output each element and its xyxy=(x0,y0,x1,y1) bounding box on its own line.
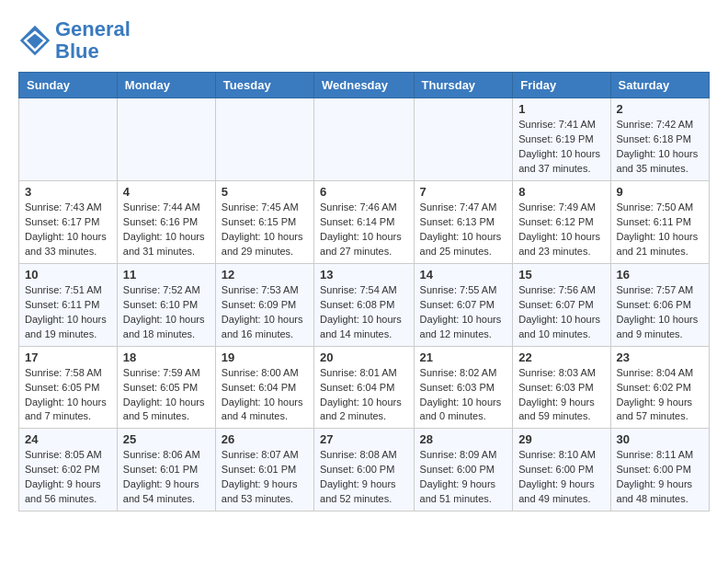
calendar-cell xyxy=(215,98,313,181)
day-number: 13 xyxy=(320,268,408,282)
logo-icon xyxy=(18,24,51,57)
day-number: 9 xyxy=(617,185,703,199)
logo-text: General Blue xyxy=(55,18,131,63)
calendar-cell: 29Sunrise: 8:10 AM Sunset: 6:00 PM Dayli… xyxy=(513,429,610,511)
day-info: Sunrise: 8:00 AM Sunset: 6:04 PM Dayligh… xyxy=(222,366,308,425)
calendar-row: 1Sunrise: 7:41 AM Sunset: 6:19 PM Daylig… xyxy=(19,98,710,181)
day-number: 18 xyxy=(123,350,210,364)
day-info: Sunrise: 7:42 AM Sunset: 6:18 PM Dayligh… xyxy=(617,118,703,177)
calendar-cell: 3Sunrise: 7:43 AM Sunset: 6:17 PM Daylig… xyxy=(19,181,118,264)
calendar-cell: 4Sunrise: 7:44 AM Sunset: 6:16 PM Daylig… xyxy=(117,181,215,264)
day-info: Sunrise: 7:53 AM Sunset: 6:09 PM Dayligh… xyxy=(222,283,308,342)
day-number: 8 xyxy=(518,185,604,199)
calendar-cell: 9Sunrise: 7:50 AM Sunset: 6:11 PM Daylig… xyxy=(610,181,709,264)
calendar-cell: 22Sunrise: 8:03 AM Sunset: 6:03 PM Dayli… xyxy=(513,346,610,429)
day-info: Sunrise: 8:11 AM Sunset: 6:00 PM Dayligh… xyxy=(617,448,703,507)
calendar-cell: 24Sunrise: 8:05 AM Sunset: 6:02 PM Dayli… xyxy=(19,429,118,511)
day-number: 4 xyxy=(123,185,210,199)
day-number: 30 xyxy=(617,432,703,446)
weekday-header: Thursday xyxy=(414,73,513,98)
day-number: 29 xyxy=(518,432,604,446)
weekday-header: Tuesday xyxy=(215,73,313,98)
logo: General Blue xyxy=(18,18,131,63)
calendar-cell: 1Sunrise: 7:41 AM Sunset: 6:19 PM Daylig… xyxy=(513,98,610,181)
day-info: Sunrise: 7:41 AM Sunset: 6:19 PM Dayligh… xyxy=(518,118,604,177)
calendar-header: SundayMondayTuesdayWednesdayThursdayFrid… xyxy=(19,73,710,98)
day-info: Sunrise: 8:09 AM Sunset: 6:00 PM Dayligh… xyxy=(420,448,507,507)
calendar-row: 10Sunrise: 7:51 AM Sunset: 6:11 PM Dayli… xyxy=(19,263,710,346)
calendar-cell: 7Sunrise: 7:47 AM Sunset: 6:13 PM Daylig… xyxy=(414,181,513,264)
calendar-cell xyxy=(314,98,415,181)
day-number: 7 xyxy=(420,185,507,199)
calendar-row: 17Sunrise: 7:58 AM Sunset: 6:05 PM Dayli… xyxy=(19,346,710,429)
day-number: 26 xyxy=(222,432,308,446)
calendar-cell xyxy=(414,98,513,181)
day-number: 19 xyxy=(222,350,308,364)
day-number: 25 xyxy=(123,432,210,446)
day-number: 23 xyxy=(617,350,703,364)
weekday-header: Sunday xyxy=(19,73,118,98)
day-number: 5 xyxy=(222,185,308,199)
calendar-cell: 2Sunrise: 7:42 AM Sunset: 6:18 PM Daylig… xyxy=(610,98,709,181)
day-info: Sunrise: 7:45 AM Sunset: 6:15 PM Dayligh… xyxy=(222,201,308,259)
day-number: 27 xyxy=(320,432,408,446)
day-info: Sunrise: 8:04 AM Sunset: 6:02 PM Dayligh… xyxy=(617,366,703,425)
calendar-cell: 27Sunrise: 8:08 AM Sunset: 6:00 PM Dayli… xyxy=(314,429,415,511)
day-number: 1 xyxy=(518,102,604,116)
page-header: General Blue xyxy=(18,18,710,63)
day-info: Sunrise: 7:52 AM Sunset: 6:10 PM Dayligh… xyxy=(123,283,210,342)
day-number: 22 xyxy=(518,350,604,364)
weekday-header: Friday xyxy=(513,73,610,98)
day-info: Sunrise: 7:49 AM Sunset: 6:12 PM Dayligh… xyxy=(518,201,604,259)
calendar-cell xyxy=(117,98,215,181)
day-info: Sunrise: 8:03 AM Sunset: 6:03 PM Dayligh… xyxy=(518,366,604,425)
day-number: 24 xyxy=(25,432,111,446)
day-info: Sunrise: 7:50 AM Sunset: 6:11 PM Dayligh… xyxy=(617,201,703,259)
calendar-cell: 17Sunrise: 7:58 AM Sunset: 6:05 PM Dayli… xyxy=(19,346,118,429)
day-number: 10 xyxy=(25,268,111,282)
day-number: 21 xyxy=(420,350,507,364)
day-number: 15 xyxy=(518,268,604,282)
calendar-cell: 12Sunrise: 7:53 AM Sunset: 6:09 PM Dayli… xyxy=(215,263,313,346)
calendar-cell: 18Sunrise: 7:59 AM Sunset: 6:05 PM Dayli… xyxy=(117,346,215,429)
day-number: 20 xyxy=(320,350,408,364)
day-info: Sunrise: 8:10 AM Sunset: 6:00 PM Dayligh… xyxy=(518,448,604,507)
day-number: 28 xyxy=(420,432,507,446)
day-number: 3 xyxy=(25,185,111,199)
day-info: Sunrise: 7:47 AM Sunset: 6:13 PM Dayligh… xyxy=(420,201,507,259)
calendar-cell: 8Sunrise: 7:49 AM Sunset: 6:12 PM Daylig… xyxy=(513,181,610,264)
weekday-header: Saturday xyxy=(610,73,709,98)
calendar-cell: 23Sunrise: 8:04 AM Sunset: 6:02 PM Dayli… xyxy=(610,346,709,429)
day-info: Sunrise: 7:57 AM Sunset: 6:06 PM Dayligh… xyxy=(617,283,703,342)
calendar-cell: 20Sunrise: 8:01 AM Sunset: 6:04 PM Dayli… xyxy=(314,346,415,429)
calendar-cell: 16Sunrise: 7:57 AM Sunset: 6:06 PM Dayli… xyxy=(610,263,709,346)
calendar-cell: 6Sunrise: 7:46 AM Sunset: 6:14 PM Daylig… xyxy=(314,181,415,264)
day-number: 17 xyxy=(25,350,111,364)
calendar-cell: 21Sunrise: 8:02 AM Sunset: 6:03 PM Dayli… xyxy=(414,346,513,429)
calendar-cell: 30Sunrise: 8:11 AM Sunset: 6:00 PM Dayli… xyxy=(610,429,709,511)
day-info: Sunrise: 8:06 AM Sunset: 6:01 PM Dayligh… xyxy=(123,448,210,507)
day-info: Sunrise: 8:02 AM Sunset: 6:03 PM Dayligh… xyxy=(420,366,507,425)
day-info: Sunrise: 8:08 AM Sunset: 6:00 PM Dayligh… xyxy=(320,448,408,507)
day-info: Sunrise: 8:01 AM Sunset: 6:04 PM Dayligh… xyxy=(320,366,408,425)
weekday-header: Monday xyxy=(117,73,215,98)
day-info: Sunrise: 8:07 AM Sunset: 6:01 PM Dayligh… xyxy=(222,448,308,507)
weekday-header: Wednesday xyxy=(314,73,415,98)
day-info: Sunrise: 7:54 AM Sunset: 6:08 PM Dayligh… xyxy=(320,283,408,342)
day-number: 16 xyxy=(617,268,703,282)
calendar-row: 24Sunrise: 8:05 AM Sunset: 6:02 PM Dayli… xyxy=(19,429,710,511)
day-number: 2 xyxy=(617,102,703,116)
day-info: Sunrise: 7:44 AM Sunset: 6:16 PM Dayligh… xyxy=(123,201,210,259)
calendar-cell: 26Sunrise: 8:07 AM Sunset: 6:01 PM Dayli… xyxy=(215,429,313,511)
day-info: Sunrise: 8:05 AM Sunset: 6:02 PM Dayligh… xyxy=(25,448,111,507)
calendar-cell: 14Sunrise: 7:55 AM Sunset: 6:07 PM Dayli… xyxy=(414,263,513,346)
calendar-cell: 13Sunrise: 7:54 AM Sunset: 6:08 PM Dayli… xyxy=(314,263,415,346)
calendar-cell: 19Sunrise: 8:00 AM Sunset: 6:04 PM Dayli… xyxy=(215,346,313,429)
calendar-cell: 28Sunrise: 8:09 AM Sunset: 6:00 PM Dayli… xyxy=(414,429,513,511)
day-number: 12 xyxy=(222,268,308,282)
calendar-table: SundayMondayTuesdayWednesdayThursdayFrid… xyxy=(18,72,710,511)
calendar-cell: 10Sunrise: 7:51 AM Sunset: 6:11 PM Dayli… xyxy=(19,263,118,346)
day-number: 11 xyxy=(123,268,210,282)
day-info: Sunrise: 7:59 AM Sunset: 6:05 PM Dayligh… xyxy=(123,366,210,425)
calendar-cell xyxy=(19,98,118,181)
